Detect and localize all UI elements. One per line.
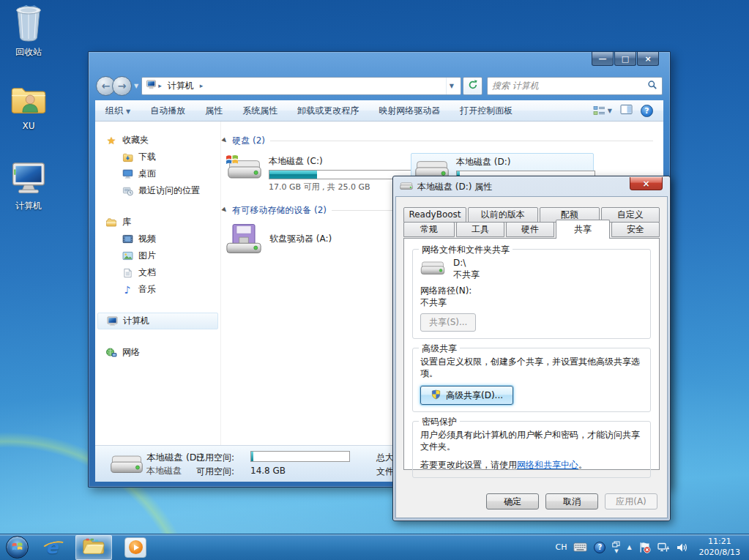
section-header-harddisks[interactable]: ▲ 硬盘 (2): [223, 135, 653, 147]
map-drive-menu[interactable]: 映射网络驱动器: [379, 105, 440, 117]
organize-label: 组织: [105, 105, 123, 116]
sidebar-item-pictures[interactable]: 图片: [95, 247, 220, 264]
help-button[interactable]: ?: [641, 105, 653, 117]
forward-button[interactable]: →: [112, 76, 132, 96]
preview-pane-button[interactable]: [620, 104, 633, 117]
sidebar-item-desktop[interactable]: 桌面: [95, 165, 220, 182]
desktop-icon-label: XU: [0, 121, 57, 131]
sidebar-label: 网络: [122, 346, 140, 359]
address-dropdown-icon[interactable]: ▼: [446, 78, 457, 94]
sidebar-item-videos[interactable]: 视频: [95, 231, 220, 247]
sidebar-label: 桌面: [138, 168, 156, 180]
pictures-icon: [122, 250, 133, 262]
sidebar-item-favorites[interactable]: ★ 收藏夹: [95, 132, 220, 149]
password-protection-group: 密码保护 用户必须具有此计算机的用户帐户和密码，才能访问共享文件夹。 若要更改此…: [412, 421, 651, 478]
history-dropdown[interactable]: ▼: [134, 83, 138, 89]
desktop-icon-xu-folder[interactable]: XU: [0, 83, 57, 131]
breadcrumb-location[interactable]: 计算机: [168, 80, 194, 92]
ok-button[interactable]: 确定: [486, 493, 539, 509]
organize-menu[interactable]: 组织▼: [105, 105, 130, 117]
keyboard-icon[interactable]: [573, 542, 587, 552]
section-title: 硬盘 (2): [232, 135, 265, 147]
breadcrumb-arrow-icon[interactable]: ▸: [200, 82, 204, 89]
apply-button[interactable]: 应用(A): [605, 493, 657, 509]
tab-hardware[interactable]: 硬件: [506, 222, 554, 237]
taskbar-media-player-button[interactable]: [117, 535, 154, 560]
used-space-bar: [250, 451, 350, 462]
windows-flag-icon: [11, 540, 23, 555]
change-view-button[interactable]: ▼: [593, 105, 612, 116]
tab-row-back: ReadyBoost 以前的版本 配额 自定义: [403, 207, 660, 223]
refresh-button[interactable]: [463, 77, 482, 95]
cancel-button[interactable]: 取消: [545, 493, 598, 509]
sidebar-item-music[interactable]: ♪ 音乐: [95, 281, 220, 298]
uninstall-menu[interactable]: 卸载或更改程序: [297, 105, 359, 117]
properties-menu[interactable]: 属性: [205, 105, 223, 117]
tray-window-toggle[interactable]: ▼: [612, 541, 620, 554]
dialog-titlebar: 本地磁盘 (D:) 属性: [393, 176, 670, 197]
details-drive-icon: [110, 449, 144, 481]
hint-prefix: 若要更改此设置，请使用: [420, 460, 517, 470]
system-tray: CH ? ▼ ▲: [555, 537, 749, 558]
taskbar: e CH ? ▼: [0, 534, 749, 560]
group-title: 网络文件和文件夹共享: [419, 244, 513, 256]
sidebar-item-documents[interactable]: 文档: [95, 264, 220, 281]
collapse-arrow-icon: ▲: [221, 137, 229, 145]
sidebar-item-libraries[interactable]: 库: [95, 214, 220, 231]
tab-previous-versions[interactable]: 以前的版本: [468, 207, 538, 223]
network-sharing-group: 网络文件和文件夹共享 D:\ 不共享 网络路径(N):: [412, 249, 651, 339]
sidebar-label: 图片: [138, 250, 156, 262]
media-player-icon: [124, 537, 146, 558]
details-type: 本地磁盘: [146, 465, 182, 477]
dialog-close-button[interactable]: ×: [630, 177, 663, 190]
sidebar-item-computer[interactable]: 计算机: [97, 313, 218, 329]
chevron-down-icon: ▼: [126, 108, 130, 115]
drive-name: 本地磁盘 (D:): [456, 156, 595, 168]
section-title: 有可移动存储的设备 (2): [232, 204, 327, 217]
drive-c-tile[interactable]: 本地磁盘 (C:) 17.0 GB 可用 , 共 25.0 GB: [224, 153, 407, 195]
search-box[interactable]: [487, 77, 663, 95]
desktop-icon-recycle-bin[interactable]: 回收站: [0, 4, 57, 59]
sidebar-item-downloads[interactable]: 下载: [95, 149, 220, 165]
tab-row-front: 常规 工具 硬件 共享 安全: [403, 222, 660, 239]
user-folder-icon: [10, 109, 48, 119]
sidebar-item-recent-places[interactable]: 最近访问的位置: [95, 182, 220, 199]
sidebar-item-network[interactable]: 网络: [95, 344, 220, 361]
network-sharing-center-link[interactable]: 网络和共享中心: [517, 460, 578, 470]
desktop-icon-computer[interactable]: 计算机: [0, 160, 57, 212]
clock[interactable]: 11:21 2020/8/13: [699, 537, 740, 558]
properties-dialog: 本地磁盘 (D:) 属性 × ReadyBoost 以前的版本 配额 自定义 常…: [392, 176, 671, 521]
advanced-sharing-button[interactable]: 高级共享(D)...: [420, 386, 513, 405]
control-panel-menu[interactable]: 打开控制面板: [460, 105, 513, 117]
sidebar-label: 文档: [138, 266, 156, 279]
breadcrumb-arrow-icon[interactable]: ▸: [158, 82, 162, 89]
system-properties-menu[interactable]: 系统属性: [242, 105, 277, 117]
share-button[interactable]: 共享(S)...: [420, 313, 476, 332]
search-input[interactable]: [492, 81, 647, 91]
taskbar-explorer-button[interactable]: [75, 535, 112, 560]
start-button[interactable]: [6, 536, 29, 559]
show-hidden-icons-button[interactable]: ▲: [627, 544, 631, 550]
input-language-indicator[interactable]: CH: [555, 542, 567, 552]
tab-general[interactable]: 常规: [403, 222, 455, 237]
volume-icon[interactable]: [677, 542, 688, 553]
network-tray-icon[interactable]: [657, 542, 670, 553]
taskbar-ie-button[interactable]: e: [34, 535, 70, 560]
sidebar-label: 最近访问的位置: [138, 184, 200, 197]
autoplay-menu[interactable]: 自动播放: [150, 105, 185, 117]
drive-c-icon: [227, 155, 262, 193]
address-box[interactable]: ▸ 计算机 ▸ ▼: [141, 77, 461, 95]
sidebar-label: 下载: [138, 151, 156, 163]
tray-help-icon[interactable]: ?: [594, 542, 605, 553]
desktop: 回收站 XU 计算机 — □ × ← → ▼: [0, 0, 749, 560]
maximize-button[interactable]: □: [614, 52, 636, 66]
tab-tools[interactable]: 工具: [456, 222, 504, 237]
minimize-button[interactable]: —: [592, 52, 614, 66]
action-center-flag-icon[interactable]: [638, 542, 651, 553]
tab-readyboost[interactable]: ReadyBoost: [403, 207, 466, 223]
tab-sharing[interactable]: 共享: [556, 220, 610, 239]
sharing-tab-page: 网络文件和文件夹共享 D:\ 不共享 网络路径(N):: [403, 238, 660, 470]
window-controls: — □ ×: [591, 52, 659, 66]
close-button[interactable]: ×: [637, 52, 659, 66]
tab-security[interactable]: 安全: [611, 222, 660, 237]
